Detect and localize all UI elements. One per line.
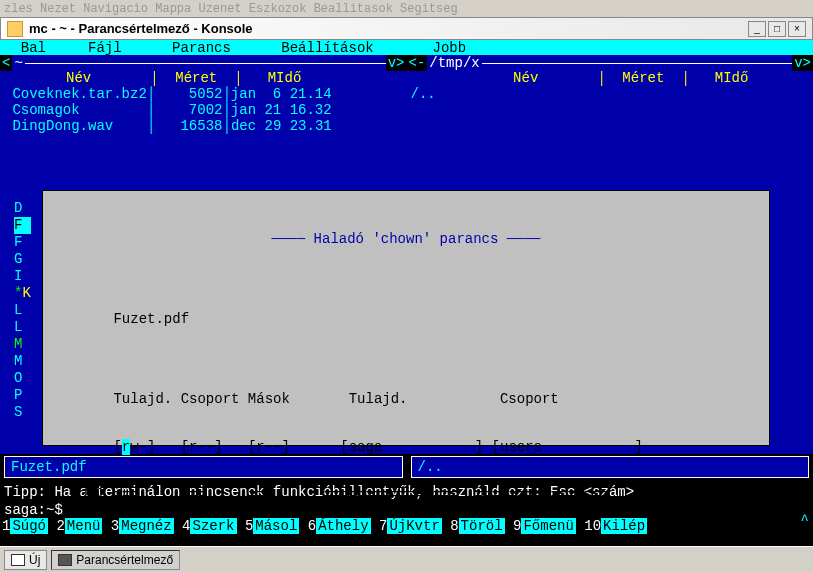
fkey-help[interactable]: Súgó — [10, 518, 48, 534]
menu-parancs[interactable]: Parancs — [172, 40, 231, 56]
window-title: mc - ~ - Parancsértelmező - Konsole — [29, 21, 746, 36]
dialog-mod-row: Mód 100644 — [63, 535, 749, 546]
taskbar-new-button[interactable]: Új — [4, 550, 47, 570]
other-perms[interactable]: [r--] — [248, 439, 290, 455]
right-file-list[interactable]: /.. — [407, 86, 814, 102]
dialog-filename: Fuzet.pdf — [63, 311, 749, 327]
dialog-jel-row: Jel === === === ================ =======… — [63, 487, 749, 503]
file-row[interactable]: DingDong.wav │ 16538│dec 29 23.31 — [4, 118, 403, 134]
parent-menu-faded: zles Nezet Navigacio Mappa Uzenet Eszkoz… — [0, 0, 813, 18]
menu-beallitasok[interactable]: Beállítások — [281, 40, 373, 56]
group-field[interactable]: [users ] — [492, 439, 643, 455]
dialog-labels-row: Tulajd. Csoport Mások Tulajd. Csoport — [63, 391, 749, 407]
menu-fajl[interactable]: Fájl — [88, 40, 122, 56]
scroll-right-icon[interactable]: v> — [386, 55, 407, 71]
menu-bal[interactable]: Bal — [21, 40, 46, 56]
owner-perms[interactable]: [rw-] — [113, 439, 155, 455]
left-truncated-names: D F F G I *K L L M M O P S — [14, 200, 31, 421]
caret-icon: ^ — [801, 512, 809, 528]
file-row[interactable]: Csomagok │ 7002│jan 21 16.32 — [4, 102, 403, 118]
close-button[interactable]: × — [788, 21, 806, 37]
minimize-button[interactable]: _ — [748, 21, 766, 37]
chown-dialog: ──── Haladó 'chown' parancs ──── Fuzet.p… — [42, 190, 770, 446]
app-icon — [7, 21, 23, 37]
left-panel-path: ~ — [12, 55, 24, 71]
mc-menubar[interactable]: Bal Fájl Parancs Beállítások Jobb — [0, 40, 813, 56]
maximize-button[interactable]: □ — [768, 21, 786, 37]
taskbar-terminal-button[interactable]: Parancsértelmező — [51, 550, 180, 570]
menu-jobb[interactable]: Jobb — [433, 40, 467, 56]
left-file-list[interactable]: Coveknek.tar.bz2│ 5052│jan 6 21.14 Csoma… — [0, 86, 407, 134]
owner-field[interactable]: [saga ] — [340, 439, 483, 455]
terminal-area: Bal Fájl Parancs Beállítások Jobb < ~ v>… — [0, 40, 813, 546]
file-row[interactable]: Coveknek.tar.bz2│ 5052│jan 6 21.14 — [4, 86, 403, 102]
dialog-perms-row[interactable]: [rw-] [r--] [r--] [saga ] [users ] — [63, 439, 749, 455]
taskbar[interactable]: Új Parancsértelmező — [0, 546, 813, 572]
right-panel-path: /tmp/x — [427, 55, 481, 71]
window-titlebar: mc - ~ - Parancsértelmező - Konsole _ □ … — [0, 18, 813, 40]
updir-row[interactable]: /.. — [411, 86, 810, 102]
doc-icon — [11, 554, 25, 566]
scroll-right-icon[interactable]: v> — [792, 55, 813, 71]
dialog-title: ──── Haladó 'chown' parancs ──── — [63, 231, 749, 247]
terminal-icon — [58, 554, 72, 566]
group-perms[interactable]: [r--] — [181, 439, 223, 455]
scroll-left-icon[interactable]: <- — [407, 55, 428, 71]
scroll-left-icon[interactable]: < — [0, 55, 12, 71]
